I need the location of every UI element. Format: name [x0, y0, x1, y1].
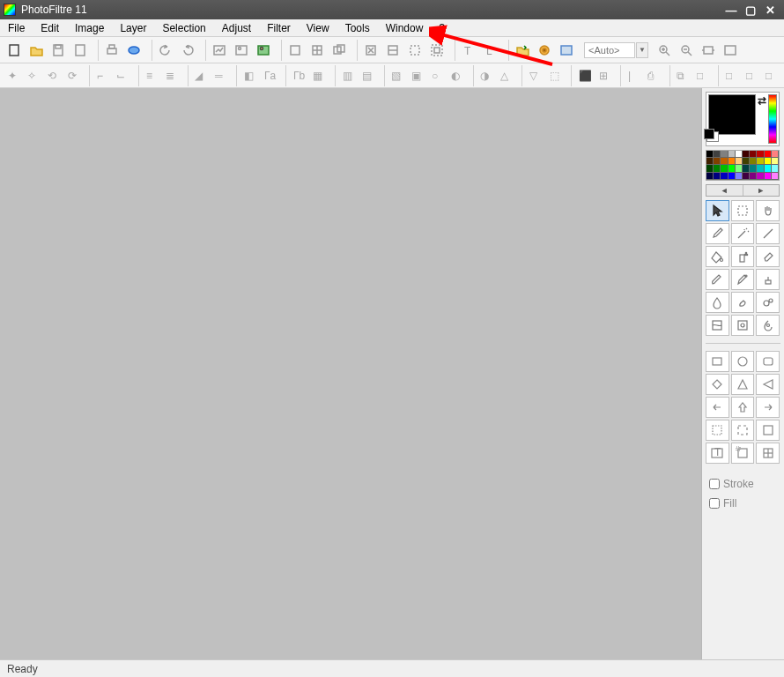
swatch[interactable] [750, 165, 757, 172]
color-tool[interactable]: L [480, 40, 501, 61]
tool-eraser[interactable] [756, 246, 780, 267]
filter-button-2[interactable]: ⟲ [43, 65, 63, 86]
swatch[interactable] [736, 173, 743, 180]
swap-colors-icon[interactable]: ⇄ [758, 94, 766, 107]
image-ops-2[interactable] [231, 40, 252, 61]
tool-art[interactable] [756, 315, 780, 336]
scanner-button[interactable] [123, 40, 144, 61]
swatch[interactable] [729, 151, 736, 158]
filter-button-26[interactable]: | [624, 65, 643, 86]
shape-arrow-r[interactable] [756, 397, 780, 418]
swatch[interactable] [736, 165, 743, 172]
maximize-button[interactable]: ▢ [743, 4, 758, 16]
automate-button[interactable] [556, 40, 577, 61]
minimize-button[interactable]: — [724, 4, 738, 16]
filter-button-13[interactable]: ▦ [309, 65, 329, 86]
swatch[interactable] [706, 151, 714, 158]
filter-button-8[interactable]: ◢ [191, 65, 211, 86]
filter-button-19[interactable]: ◐ [447, 65, 466, 86]
swatch[interactable] [743, 151, 750, 158]
shape-rect[interactable] [706, 351, 729, 372]
swatch[interactable] [772, 173, 779, 180]
filter-button-11[interactable]: Γa [260, 65, 279, 86]
filter-button-25[interactable]: ⊞ [595, 65, 614, 86]
swatch[interactable] [721, 151, 728, 158]
palette-prev[interactable]: ◄ [706, 185, 743, 196]
swatch[interactable] [736, 151, 743, 158]
filter-button-28[interactable]: ⧉ [673, 65, 692, 86]
zoom-out-button[interactable] [676, 40, 697, 61]
swatch[interactable] [765, 165, 772, 172]
filter-button-31[interactable]: □ [742, 65, 761, 86]
shape-arrow-u[interactable] [731, 397, 755, 418]
tool-blur[interactable] [706, 292, 729, 313]
filter-button-17[interactable]: ▣ [407, 65, 426, 86]
tool-smudge[interactable] [731, 292, 755, 313]
layer-btn-3[interactable] [329, 40, 350, 61]
color-preview[interactable]: ⇄ [706, 92, 780, 146]
menu-window[interactable]: Window [378, 20, 432, 36]
shape-crop-box[interactable] [731, 443, 755, 464]
swatch[interactable] [750, 173, 757, 180]
swatch[interactable] [757, 165, 764, 172]
shape-grid-box[interactable] [756, 443, 780, 464]
canvas-area[interactable] [0, 88, 701, 659]
fit-width-button[interactable] [698, 40, 719, 61]
tool-brush[interactable] [706, 269, 729, 290]
shape-roundrect[interactable] [756, 351, 780, 372]
swatch[interactable] [765, 151, 772, 158]
shape-triangle[interactable] [731, 374, 755, 395]
transform-4[interactable] [426, 40, 447, 61]
fullscreen-button[interactable] [720, 40, 741, 61]
text-tool[interactable]: T [458, 40, 479, 61]
swatch[interactable] [714, 173, 721, 180]
save-button[interactable] [48, 40, 69, 61]
swatch[interactable] [750, 151, 757, 158]
shape-text-box[interactable]: T [706, 443, 729, 464]
tool-nozzle[interactable] [731, 315, 755, 336]
tool-wand[interactable] [731, 223, 755, 244]
filter-button-1[interactable]: ✧ [24, 65, 43, 86]
filter-button-9[interactable]: ═ [211, 65, 230, 86]
shape-sel-solid[interactable] [756, 420, 780, 441]
filter-button-21[interactable]: △ [496, 65, 515, 86]
menu-layer[interactable]: Layer [112, 20, 154, 36]
zoom-in-button[interactable] [654, 40, 675, 61]
swatch[interactable] [714, 151, 721, 158]
redo-button[interactable] [177, 40, 198, 61]
swatch[interactable] [706, 165, 714, 172]
swatch[interactable] [772, 165, 779, 172]
swatch[interactable] [706, 173, 714, 180]
swatch[interactable] [729, 173, 736, 180]
menu-selection[interactable]: Selection [154, 20, 213, 36]
swatch[interactable] [706, 158, 714, 165]
tool-spray[interactable] [731, 246, 755, 267]
layer-btn-1[interactable] [285, 40, 306, 61]
shape-circle[interactable] [731, 351, 755, 372]
layer-btn-2[interactable] [307, 40, 328, 61]
filter-button-27[interactable]: ⎙ [643, 65, 662, 86]
fill-checkbox[interactable] [709, 498, 720, 509]
filter-button-5[interactable]: ⌙ [113, 65, 132, 86]
swatch[interactable] [765, 173, 772, 180]
swatch[interactable] [721, 158, 728, 165]
swatch[interactable] [736, 158, 743, 165]
new-file-button[interactable] [4, 40, 25, 61]
swatch[interactable] [765, 158, 772, 165]
tool-stamp[interactable] [756, 269, 780, 290]
filter-button-30[interactable]: □ [721, 65, 741, 86]
menu-view[interactable]: View [299, 20, 337, 36]
save-as-button[interactable] [70, 40, 91, 61]
filter-button-0[interactable]: ✦ [4, 65, 23, 86]
swatch[interactable] [721, 165, 728, 172]
swatch[interactable] [729, 158, 736, 165]
swatch[interactable] [743, 165, 750, 172]
filter-button-7[interactable]: ≣ [161, 65, 181, 86]
swatch[interactable] [750, 158, 757, 165]
palette-next[interactable]: ► [743, 185, 780, 196]
undo-button[interactable] [155, 40, 176, 61]
image-ops-3[interactable] [253, 40, 274, 61]
tool-clone[interactable] [756, 292, 780, 313]
swatch[interactable] [743, 173, 750, 180]
explorer-button[interactable] [512, 40, 533, 61]
